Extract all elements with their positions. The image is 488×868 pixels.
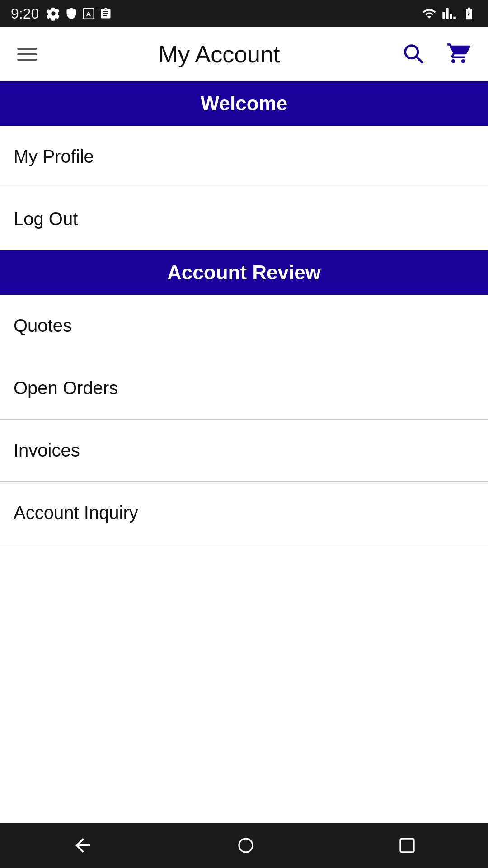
hamburger-menu-button[interactable] (14, 44, 41, 64)
status-bar: 9:20 A (0, 0, 488, 27)
log-out-label: Log Out (14, 209, 78, 229)
log-out-item[interactable]: Log Out (0, 188, 488, 250)
quotes-label: Quotes (14, 316, 72, 335)
home-button[interactable] (237, 836, 255, 854)
invoices-item[interactable]: Invoices (0, 420, 488, 482)
svg-point-2 (405, 46, 418, 58)
open-orders-label: Open Orders (14, 378, 118, 398)
app-bar-actions (398, 38, 474, 70)
account-inquiry-label: Account Inquiry (14, 503, 138, 523)
account-review-section-header: Account Review (0, 250, 488, 295)
clipboard-icon (99, 6, 112, 21)
signal-icon (442, 6, 456, 21)
status-icons-left: A (46, 6, 112, 21)
recents-icon (398, 836, 416, 854)
battery-icon (461, 6, 477, 21)
my-profile-label: My Profile (14, 146, 94, 166)
back-icon (72, 835, 94, 856)
svg-text:A: A (86, 10, 91, 18)
search-button[interactable] (398, 38, 428, 70)
recents-button[interactable] (398, 836, 416, 854)
back-button[interactable] (72, 835, 94, 856)
welcome-header-text: Welcome (201, 92, 287, 114)
shield-icon (65, 6, 78, 21)
open-orders-item[interactable]: Open Orders (0, 357, 488, 420)
bottom-navigation (0, 823, 488, 868)
quotes-item[interactable]: Quotes (0, 295, 488, 357)
invoices-label: Invoices (14, 440, 80, 460)
status-bar-left: 9:20 A (11, 5, 112, 22)
my-profile-item[interactable]: My Profile (0, 126, 488, 188)
search-icon (401, 42, 425, 65)
hamburger-icon (17, 48, 37, 61)
cart-icon (446, 42, 471, 65)
account-inquiry-item[interactable]: Account Inquiry (0, 482, 488, 544)
wifi-icon (421, 6, 437, 21)
status-time: 9:20 (11, 5, 39, 22)
a-icon: A (82, 6, 95, 21)
home-icon (237, 836, 255, 854)
page-title: My Account (159, 41, 280, 68)
svg-rect-5 (400, 839, 414, 852)
settings-icon (46, 6, 61, 21)
account-review-header-text: Account Review (167, 261, 321, 283)
welcome-section-header: Welcome (0, 81, 488, 126)
cart-button[interactable] (442, 38, 474, 70)
svg-point-4 (239, 839, 253, 852)
svg-line-3 (417, 57, 423, 63)
app-bar: My Account (0, 27, 488, 81)
status-icons-right (421, 6, 477, 21)
